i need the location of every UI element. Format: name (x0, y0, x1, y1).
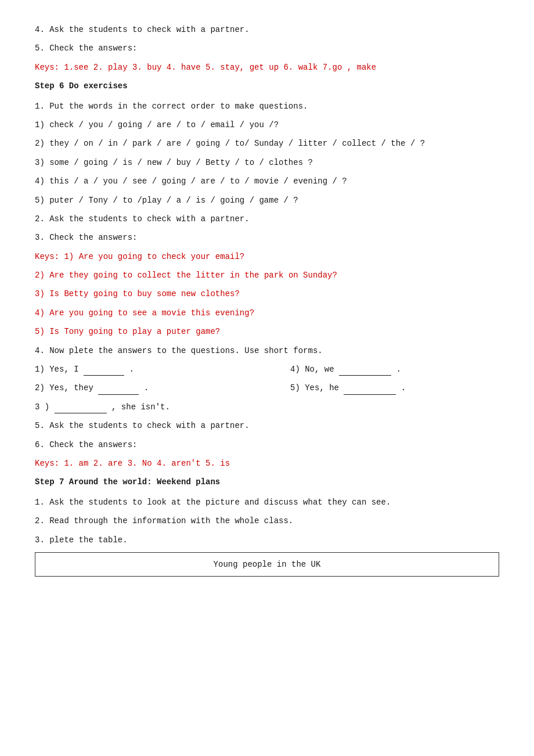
keys-3: Keys: 1. am 2. are 3. No 4. aren't 5. is (35, 457, 499, 470)
p5: 5. Ask the students to check with a part… (35, 419, 499, 432)
s7-2: 2. Read through the information with the… (35, 514, 499, 527)
line-2: 5. Check the answers: (35, 42, 499, 55)
answer-row-1: 1) Yes, I . 4) No, we . (35, 363, 499, 376)
p1: 1. Put the words in the correct order to… (35, 100, 499, 113)
s7-3: 3. plete the table. (35, 534, 499, 546)
keys2-3: 3) Is Betty going to buy some new clothe… (35, 287, 499, 300)
line-1: 4. Ask the students to check with a part… (35, 23, 499, 36)
blank-4 (339, 375, 391, 376)
q2: 2) they / on / in / park / are / going /… (35, 137, 499, 150)
page-content: 4. Ask the students to check with a part… (35, 23, 499, 577)
step6-title: Step 6 Do exercises (35, 80, 499, 92)
step7-title: Step 7 Around the world: Weekend plans (35, 476, 499, 488)
keys2-2: 2) Are they going to collect the litter … (35, 269, 499, 282)
answer-row-2: 2) Yes, they . 5) Yes, he . (35, 381, 499, 394)
s7-1: 1. Ask the students to look at the pictu… (35, 496, 499, 509)
keys2-4: 4) Are you going to see a movie this eve… (35, 307, 499, 319)
blank-1 (84, 375, 124, 376)
p4: 4. Now plete the answers to the question… (35, 344, 499, 357)
q5: 5) puter / Tony / to /play / a / is / go… (35, 194, 499, 207)
answer-row-3: 3 ) , she isn't. (35, 401, 499, 413)
blank-3 (55, 413, 107, 413)
q4: 4) this / a / you / see / going / are / … (35, 175, 499, 188)
keys-1: Keys: 1.see 2. play 3. buy 4. have 5. st… (35, 61, 499, 74)
table-box: Young people in the UK (35, 552, 499, 577)
p6: 6. Check the answers: (35, 438, 499, 451)
p2: 2. Ask the students to check with a part… (35, 213, 499, 225)
keys2-1: Keys: 1) Are you going to check your ema… (35, 250, 499, 263)
blank-5 (344, 394, 396, 395)
p3: 3. Check the answers: (35, 231, 499, 244)
q3: 3) some / going / is / new / buy / Betty… (35, 156, 499, 169)
answer-col-right-1: 4) No, we . (290, 363, 499, 376)
answer-col-left-1: 1) Yes, I . (35, 363, 244, 376)
keys2-5: 5) Is Tony going to play a puter game? (35, 325, 499, 338)
blank-2 (98, 394, 139, 395)
q1: 1) check / you / going / are / to / emai… (35, 118, 499, 131)
answer-col-left-2: 2) Yes, they . (35, 381, 244, 394)
answer-col-right-2: 5) Yes, he . (290, 381, 499, 394)
